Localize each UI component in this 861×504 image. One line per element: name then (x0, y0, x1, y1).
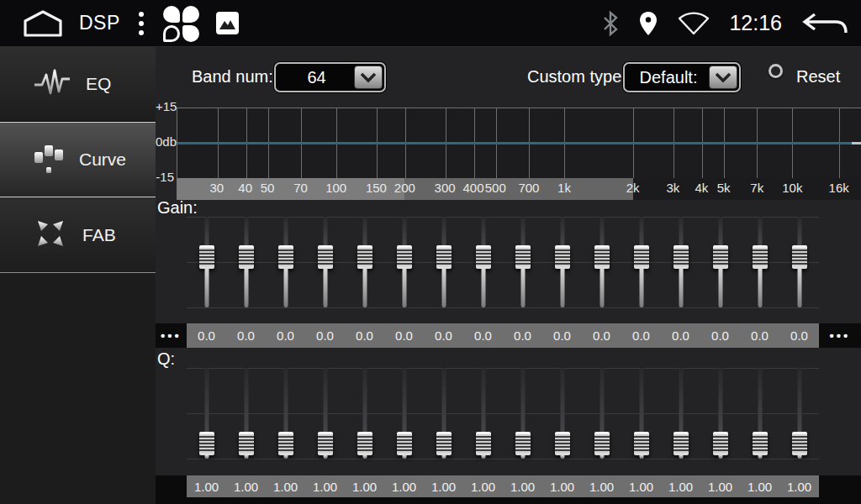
slider-thumb[interactable] (673, 432, 689, 455)
slider-thumb[interactable] (555, 432, 570, 455)
q-slider[interactable] (187, 360, 226, 470)
slider-thumb[interactable] (673, 245, 689, 269)
faders-icon (34, 140, 64, 179)
slider-thumb[interactable] (357, 245, 372, 269)
reset-radio[interactable] (769, 64, 783, 78)
back-icon[interactable] (800, 9, 849, 38)
slider-thumb[interactable] (753, 432, 768, 455)
slider-thumb[interactable] (318, 432, 333, 455)
slider-thumb[interactable] (239, 432, 254, 455)
q-value: 1.00 (542, 480, 582, 494)
slider-thumb[interactable] (476, 432, 491, 455)
slider-thumb[interactable] (753, 245, 768, 269)
gain-slider[interactable] (187, 208, 226, 319)
slider-track-lower (481, 455, 485, 459)
chevron-down-icon[interactable] (354, 66, 383, 89)
y-tick-0db: 0db (156, 134, 174, 149)
slider-thumb[interactable] (515, 245, 531, 269)
gain-slider[interactable] (503, 208, 542, 319)
slider-track-upper (600, 368, 604, 432)
q-slider[interactable] (424, 360, 463, 470)
slider-track-upper (402, 217, 406, 245)
slider-thumb[interactable] (515, 432, 531, 455)
q-slider[interactable] (226, 360, 266, 470)
gain-slider[interactable] (621, 208, 661, 319)
slider-track-lower (362, 455, 367, 459)
custom-type-dropdown[interactable]: Default: (623, 62, 741, 92)
q-slider[interactable] (740, 360, 779, 470)
slider-thumb[interactable] (357, 432, 372, 455)
gain-value: 0.0 (226, 328, 266, 343)
q-value: 1.00 (463, 480, 503, 494)
gain-slider[interactable] (424, 208, 463, 319)
slider-thumb[interactable] (792, 245, 807, 269)
gain-slider[interactable] (779, 208, 819, 319)
q-slider[interactable] (503, 360, 542, 470)
slider-thumb[interactable] (555, 245, 570, 269)
slider-thumb[interactable] (239, 245, 254, 269)
slider-thumb[interactable] (318, 245, 333, 269)
slider-track-upper (718, 368, 722, 432)
slider-thumb[interactable] (634, 245, 649, 269)
slider-thumb[interactable] (278, 245, 293, 269)
gain-slider[interactable] (661, 208, 700, 319)
gain-scroll-right-button[interactable]: ••• (819, 323, 861, 348)
gain-slider[interactable] (582, 208, 621, 319)
freq-tick-label: 10k (782, 181, 802, 195)
gain-scroll-left-button[interactable]: ••• (156, 323, 187, 348)
slider-thumb[interactable] (792, 432, 807, 455)
slider-thumb[interactable] (436, 245, 452, 269)
slider-thumb[interactable] (713, 245, 728, 269)
q-scroll-right-button[interactable] (819, 475, 861, 498)
gain-slider[interactable] (345, 208, 384, 319)
q-scroll-left-button[interactable] (156, 475, 187, 498)
sidebar-item-curve[interactable]: Curve (0, 122, 156, 197)
clover-apps-icon[interactable] (162, 4, 201, 43)
gain-slider[interactable] (305, 208, 345, 319)
q-slider[interactable] (621, 360, 661, 470)
q-value: 1.00 (661, 480, 700, 494)
slider-thumb[interactable] (199, 245, 214, 269)
slider-thumb[interactable] (634, 432, 649, 455)
slider-thumb[interactable] (476, 245, 491, 269)
slider-thumb[interactable] (594, 432, 610, 455)
gain-slider[interactable] (266, 208, 305, 319)
q-slider[interactable] (345, 360, 384, 470)
band-num-dropdown[interactable]: 64 (274, 62, 386, 92)
gain-slider[interactable] (226, 208, 266, 319)
slider-thumb[interactable] (397, 245, 412, 269)
home-icon[interactable] (22, 9, 64, 38)
q-slider[interactable] (305, 360, 345, 470)
reset-label: Reset (796, 67, 840, 87)
slider-thumb[interactable] (397, 432, 412, 455)
q-slider[interactable] (700, 360, 740, 470)
slider-track-upper (402, 368, 406, 432)
q-slider[interactable] (384, 360, 424, 470)
slider-track-upper (679, 217, 683, 245)
sidebar-item-fab[interactable]: FAB (0, 197, 156, 273)
freq-tick-label: 5k (717, 181, 731, 195)
q-slider[interactable] (779, 360, 819, 470)
q-slider[interactable] (542, 360, 582, 470)
slider-thumb[interactable] (436, 432, 452, 455)
slider-thumb[interactable] (594, 245, 610, 269)
slider-thumb[interactable] (199, 432, 214, 455)
gain-slider[interactable] (542, 208, 582, 319)
q-slider[interactable] (582, 360, 621, 470)
eq-plot[interactable] (177, 108, 861, 178)
gain-slider[interactable] (384, 208, 424, 319)
slider-thumb[interactable] (278, 432, 293, 455)
sidebar-item-eq[interactable]: EQ (0, 47, 156, 122)
slider-thumb[interactable] (713, 432, 728, 455)
q-slider[interactable] (463, 360, 503, 470)
gain-slider[interactable] (700, 208, 740, 319)
q-slider[interactable] (266, 360, 305, 470)
y-tick-plus15: +15 (156, 99, 174, 113)
q-slider[interactable] (661, 360, 700, 470)
gain-slider[interactable] (740, 208, 779, 319)
chevron-down-icon[interactable] (709, 66, 737, 89)
kebab-menu-icon[interactable] (135, 12, 147, 35)
gallery-icon[interactable] (216, 12, 239, 34)
q-value: 1.00 (266, 480, 305, 494)
gain-slider[interactable] (463, 208, 503, 319)
